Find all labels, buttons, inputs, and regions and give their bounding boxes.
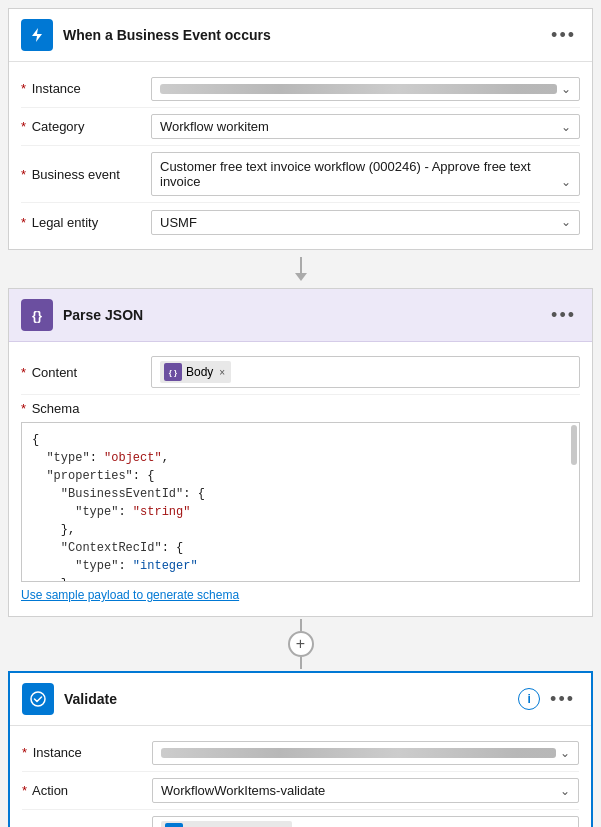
workflow-instance-field-row: WorkflowWorkItemInstancelId WorkflowWork… xyxy=(22,810,579,827)
validate-instance-dropdown[interactable]: ⌄ xyxy=(152,741,579,765)
plus-line-bottom xyxy=(300,657,302,669)
validate-title: Validate xyxy=(64,691,518,707)
instance-dropdown-arrow: ⌄ xyxy=(561,82,571,96)
validate-info-button[interactable]: i xyxy=(518,688,540,710)
workflow-tag: WorkflowWork... × xyxy=(161,821,292,827)
plus-connector: + xyxy=(0,617,601,671)
business-event-dropdown[interactable]: Customer free text invoice workflow (000… xyxy=(151,152,580,196)
trigger-more-button[interactable]: ••• xyxy=(547,24,580,46)
body-tag-label: Body xyxy=(186,365,213,379)
schema-code: { "type": "object", "properties": { "Bus… xyxy=(32,431,569,582)
content-field-row: * Content { } Body × xyxy=(21,350,580,395)
trigger-menu: ••• xyxy=(547,24,580,46)
legal-entity-field-row: * Legal entity USMF ⌄ xyxy=(21,203,580,241)
json-braces-icon: {} xyxy=(32,308,42,323)
parse-json-header: {} Parse JSON ••• xyxy=(9,289,592,342)
validate-menu: i ••• xyxy=(518,688,579,710)
body-icon-symbol: { } xyxy=(169,368,177,377)
schema-label: * Schema xyxy=(21,401,151,416)
parse-json-body: * Content { } Body × * Schema { "type": … xyxy=(9,342,592,616)
svg-marker-0 xyxy=(32,28,42,42)
category-label: * Category xyxy=(21,119,151,134)
category-field-row: * Category Workflow workitem ⌄ xyxy=(21,108,580,146)
category-dropdown[interactable]: Workflow workitem ⌄ xyxy=(151,114,580,139)
trigger-title: When a Business Event occurs xyxy=(63,27,547,43)
validate-more-button[interactable]: ••• xyxy=(546,688,579,710)
trigger-card-body: * Instance ⌄ * Category Workflow workite… xyxy=(9,62,592,249)
body-tag-close[interactable]: × xyxy=(219,367,225,378)
plus-button[interactable]: + xyxy=(288,631,314,657)
arrow-head-1 xyxy=(295,273,307,281)
validate-icon xyxy=(22,683,54,715)
schema-scrollbar[interactable] xyxy=(571,425,577,465)
legal-entity-label: * Legal entity xyxy=(21,215,151,230)
trigger-card-header: When a Business Event occurs ••• xyxy=(9,9,592,62)
validate-action-field-row: * Action WorkflowWorkItems-validate ⌄ xyxy=(22,772,579,810)
category-value: Workflow workitem xyxy=(160,119,557,134)
business-event-field-row: * Business event Customer free text invo… xyxy=(21,146,580,203)
validate-instance-dropdown-arrow: ⌄ xyxy=(560,746,570,760)
instance-field-row: * Instance ⌄ xyxy=(21,70,580,108)
schema-field: * Schema { "type": "object", "properties… xyxy=(21,395,580,608)
trigger-card: When a Business Event occurs ••• * Insta… xyxy=(8,8,593,250)
validate-header: Validate i ••• xyxy=(10,673,591,726)
body-tag-icon: { } xyxy=(164,363,182,381)
business-event-label: * Business event xyxy=(21,167,151,182)
parse-json-menu: ••• xyxy=(547,304,580,326)
instance-label: * Instance xyxy=(21,81,151,96)
validate-action-dropdown[interactable]: WorkflowWorkItems-validate ⌄ xyxy=(152,778,579,803)
schema-editor[interactable]: { "type": "object", "properties": { "Bus… xyxy=(21,422,580,582)
sample-payload-link[interactable]: Use sample payload to generate schema xyxy=(21,588,580,602)
parse-json-title: Parse JSON xyxy=(63,307,547,323)
business-event-value: Customer free text invoice workflow (000… xyxy=(160,159,557,189)
validate-action-dropdown-arrow: ⌄ xyxy=(560,784,570,798)
validate-instance-blurred-value xyxy=(161,748,556,758)
category-dropdown-arrow: ⌄ xyxy=(561,120,571,134)
legal-entity-value: USMF xyxy=(160,215,557,230)
trigger-icon xyxy=(21,19,53,51)
content-input[interactable]: { } Body × xyxy=(151,356,580,388)
workflow-instance-input[interactable]: WorkflowWork... × xyxy=(152,816,579,827)
legal-entity-dropdown[interactable]: USMF ⌄ xyxy=(151,210,580,235)
parse-json-more-button[interactable]: ••• xyxy=(547,304,580,326)
validate-card: Validate i ••• * Instance ⌄ * Action Wor… xyxy=(8,671,593,827)
workflow-tag-icon xyxy=(165,823,183,827)
validate-action-value: WorkflowWorkItems-validate xyxy=(161,783,556,798)
content-label: * Content xyxy=(21,365,151,380)
instance-blurred-value xyxy=(160,84,557,94)
business-event-dropdown-arrow: ⌄ xyxy=(561,175,571,189)
validate-instance-label: * Instance xyxy=(22,745,152,760)
plus-line-top xyxy=(300,619,302,631)
parse-json-icon: {} xyxy=(21,299,53,331)
svg-point-1 xyxy=(31,692,45,706)
validate-card-body: * Instance ⌄ * Action WorkflowWorkItems-… xyxy=(10,726,591,827)
body-tag: { } Body × xyxy=(160,361,231,383)
connector-arrow-1 xyxy=(0,250,601,288)
validate-action-label: * Action xyxy=(22,783,152,798)
parse-json-card: {} Parse JSON ••• * Content { } Body × xyxy=(8,288,593,617)
legal-entity-dropdown-arrow: ⌄ xyxy=(561,215,571,229)
arrow-down-1 xyxy=(295,257,307,281)
instance-dropdown[interactable]: ⌄ xyxy=(151,77,580,101)
arrow-line-1 xyxy=(300,257,302,273)
validate-instance-field-row: * Instance ⌄ xyxy=(22,734,579,772)
